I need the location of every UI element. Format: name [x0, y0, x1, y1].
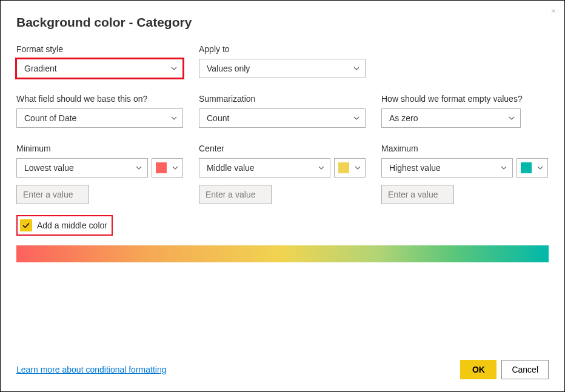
gradient-preview: [16, 245, 549, 262]
center-color-picker[interactable]: [334, 158, 366, 178]
dialog-title: Background color - Category: [16, 15, 549, 30]
center-value-input[interactable]: [199, 185, 272, 204]
summarization-dropdown[interactable]: Count: [199, 108, 366, 128]
minimum-value-input[interactable]: [16, 185, 89, 204]
apply-to-value: Values only: [207, 64, 250, 73]
chevron-down-icon: [353, 65, 360, 72]
empty-values-value: As zero: [389, 113, 418, 123]
summarization-value: Count: [207, 113, 229, 123]
center-label: Center: [199, 144, 366, 153]
minimum-dropdown[interactable]: Lowest value: [16, 158, 148, 178]
chevron-down-icon: [508, 115, 515, 122]
minimum-label: Minimum: [16, 144, 183, 153]
add-middle-color-checkbox[interactable]: [20, 219, 32, 231]
learn-more-link[interactable]: Learn more about conditional formatting: [16, 365, 166, 374]
summarization-label: Summarization: [199, 94, 366, 104]
empty-values-label: How should we format empty values?: [381, 94, 548, 104]
chevron-down-icon: [170, 65, 178, 72]
apply-to-dropdown[interactable]: Values only: [199, 59, 366, 78]
ok-button[interactable]: OK: [460, 360, 496, 379]
base-field-label: What field should we base this on?: [16, 94, 183, 104]
chevron-down-icon: [354, 164, 361, 171]
add-middle-color-row: Add a middle color: [16, 215, 113, 236]
chevron-down-icon: [172, 164, 179, 171]
format-style-label: Format style: [16, 44, 183, 54]
chevron-down-icon: [318, 164, 325, 171]
minimum-value: Lowest value: [24, 163, 74, 173]
minimum-color-swatch: [156, 162, 167, 173]
maximum-value: Highest value: [389, 163, 441, 173]
base-field-dropdown[interactable]: Count of Date: [16, 108, 183, 128]
chevron-down-icon: [353, 115, 360, 122]
center-value: Middle value: [207, 163, 255, 173]
maximum-dropdown[interactable]: Highest value: [381, 158, 513, 178]
minimum-color-picker[interactable]: [152, 158, 183, 178]
maximum-color-swatch: [521, 162, 532, 173]
empty-values-dropdown[interactable]: As zero: [381, 108, 521, 128]
add-middle-color-label: Add a middle color: [37, 221, 107, 230]
maximum-color-picker[interactable]: [517, 158, 548, 178]
center-color-swatch: [338, 162, 349, 173]
format-style-value: Gradient: [24, 64, 57, 73]
checkmark-icon: [22, 221, 30, 230]
maximum-label: Maximum: [381, 144, 548, 153]
cancel-button[interactable]: Cancel: [501, 360, 549, 379]
center-dropdown[interactable]: Middle value: [199, 158, 330, 178]
close-button[interactable]: [547, 4, 560, 16]
background-color-dialog: Background color - Category Format style…: [0, 0, 565, 392]
chevron-down-icon: [500, 164, 507, 171]
base-field-value: Count of Date: [24, 113, 76, 123]
apply-to-label: Apply to: [199, 44, 366, 54]
chevron-down-icon: [537, 164, 544, 171]
chevron-down-icon: [170, 115, 178, 122]
maximum-value-input[interactable]: [381, 185, 454, 204]
close-icon: [551, 5, 556, 15]
chevron-down-icon: [135, 164, 142, 171]
format-style-dropdown[interactable]: Gradient: [16, 59, 183, 78]
